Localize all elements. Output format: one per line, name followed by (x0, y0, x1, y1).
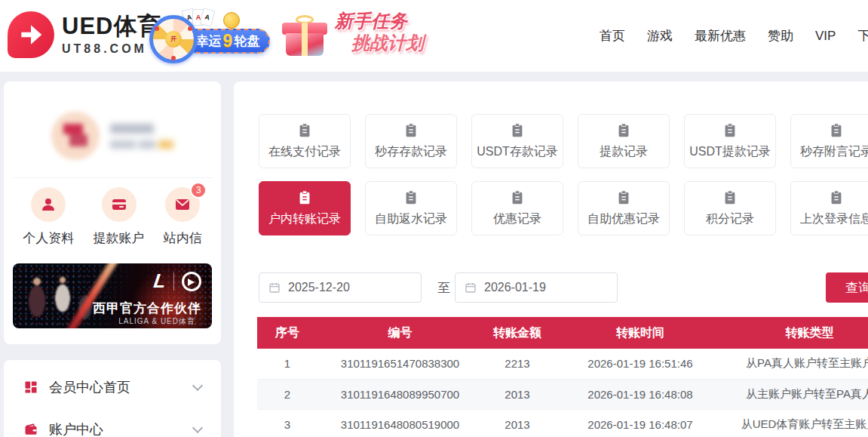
avatar[interactable] (51, 112, 100, 160)
cell-time: 2026-01-19 16:51:46 (552, 349, 728, 379)
cell-index: 1 (257, 349, 317, 379)
wallet-icon (23, 422, 38, 437)
sidebar-profile-card: 个人资料 提款账户 3 站内信 (4, 82, 221, 344)
sidebar-item-member-center-home[interactable]: 会员中心首页 (4, 366, 221, 408)
date-from-input[interactable]: 2025-12-20 (259, 272, 422, 303)
cell-type: 从PA真人账户转至主账户 (728, 349, 868, 379)
nav-item-download[interactable]: 下 (857, 27, 868, 45)
cell-amount: 2213 (483, 349, 552, 379)
roulette-wheel-icon: 开 (149, 15, 198, 63)
user-summary (4, 112, 221, 160)
laliga-ued-logos: L (154, 269, 201, 293)
tab-internal-transfer-records[interactable]: 户内转账记录 (259, 181, 351, 235)
table-row: 2 3101191648089950700 2013 2026-01-19 16… (257, 379, 868, 409)
profile-shortcuts: 个人资料 提款账户 3 站内信 (4, 187, 221, 247)
tab-instant-deposit-memo-records[interactable]: 秒存附言记录 (790, 114, 868, 168)
cell-amount: 2013 (483, 379, 552, 409)
cell-number: 3101191648080519000 (317, 409, 483, 437)
nav-item-home[interactable]: 首页 (600, 27, 625, 45)
date-filter-row: 2025-12-20 至 2026-01-19 查询 (259, 272, 868, 303)
record-type-tabs: 在线支付记录 秒存存款记录 USDT存款记录 提款记录 USDT提款记录 秒存附… (259, 114, 868, 235)
col-header-type: 转账类型 (728, 317, 868, 349)
chevron-down-icon (192, 423, 203, 433)
promo-roulette-label: 幸运9轮盘 (186, 29, 270, 54)
ued-logo-icon (182, 272, 201, 291)
laliga-partner-banner[interactable]: L 西甲官方合作伙伴 LALIGA & UED体育 (13, 263, 212, 328)
cell-type: 从主账户账户转至PA真人 (728, 379, 868, 409)
search-button[interactable]: 查询 (826, 272, 868, 303)
sidebar-item-account-center[interactable]: 账户中心 (4, 408, 221, 437)
cell-number: 3101191651470838300 (317, 349, 483, 379)
mail-unread-badge: 3 (190, 182, 207, 198)
divider (13, 177, 212, 178)
tab-instant-deposit-records[interactable]: 秒存存款记录 (365, 114, 457, 168)
tab-points-records[interactable]: 积分记录 (684, 181, 776, 235)
dashboard-grid-icon (23, 380, 38, 395)
chevron-down-icon (192, 380, 203, 391)
bank-card-icon (110, 195, 128, 214)
top-header: UED体育 UT88.COM AAA 开 幸运9轮盘 新手任务 挑战计划 (0, 0, 868, 72)
col-header-amount: 转账金额 (483, 317, 552, 349)
brand-text: UED体育 UT88.COM (62, 14, 161, 56)
col-header-index: 序号 (257, 317, 317, 349)
gift-box-icon (281, 14, 329, 59)
tab-usdt-withdrawal-records[interactable]: USDT提款记录 (684, 114, 776, 168)
sidebar-menu-card: 会员中心首页 账户中心 (4, 360, 221, 437)
table-row: 1 3101191651470838300 2213 2026-01-19 16… (257, 349, 868, 379)
tab-withdrawal-records[interactable]: 提款记录 (578, 114, 670, 168)
table-row: 3 3101191648080519000 2013 2026-01-19 16… (257, 409, 868, 437)
nav-item-games[interactable]: 游戏 (647, 27, 673, 45)
records-panel: 在线支付记录 秒存存款记录 USDT存款记录 提款记录 USDT提款记录 秒存附… (234, 82, 868, 437)
banner-subtitle: LALIGA & UED体育 (118, 316, 195, 327)
calendar-icon (465, 282, 477, 294)
shortcut-personal-profile[interactable]: 个人资料 (23, 187, 74, 247)
banner-title: 西甲官方合作伙伴 (93, 300, 201, 317)
brand-logo[interactable]: UED体育 UT88.COM (8, 11, 161, 58)
tab-self-rebate-records[interactable]: 自助返水记录 (365, 181, 457, 235)
nav-item-sponsor[interactable]: 赞助 (768, 27, 793, 45)
brand-logo-icon (8, 11, 54, 58)
table-header-row: 序号 编号 转账金额 转账时间 转账类型 (257, 317, 868, 349)
tab-promotion-records[interactable]: 优惠记录 (471, 181, 563, 235)
cell-time: 2026-01-19 16:48:07 (552, 409, 728, 437)
date-to-value: 2026-01-19 (484, 281, 546, 294)
tab-self-promotion-records[interactable]: 自助优惠记录 (578, 181, 670, 235)
players-image (19, 268, 109, 328)
nav-item-vip[interactable]: VIP (815, 29, 836, 44)
col-header-time: 转账时间 (552, 317, 728, 349)
shortcut-site-mail[interactable]: 3 站内信 (164, 187, 202, 247)
promo-gift-text: 新手任务 挑战计划 (335, 11, 424, 54)
coin-icon (223, 12, 240, 29)
cell-amount: 2013 (483, 409, 552, 437)
date-from-value: 2025-12-20 (288, 281, 350, 294)
brand-domain: UT88.COM (62, 42, 161, 56)
cell-type: 从UED体育账户转至主账户 (728, 409, 868, 437)
cell-index: 3 (257, 409, 317, 437)
col-header-number: 编号 (317, 317, 483, 349)
main-nav: 首页 游戏 最新优惠 赞助 VIP 下 (600, 0, 868, 72)
cell-number: 3101191648089950700 (317, 379, 483, 409)
date-range-separator: 至 (437, 279, 450, 297)
mail-icon (173, 195, 192, 214)
cell-index: 2 (257, 379, 317, 409)
username-redacted (110, 124, 173, 149)
promo-lucky-roulette[interactable]: AAA 开 幸运9轮盘 (149, 6, 274, 65)
nav-item-promotions[interactable]: 最新优惠 (695, 27, 746, 45)
brand-name: UED体育 (62, 14, 161, 38)
shortcut-withdraw-account[interactable]: 提款账户 (94, 187, 145, 247)
date-to-input[interactable]: 2026-01-19 (455, 272, 618, 303)
tab-online-payment-records[interactable]: 在线支付记录 (259, 114, 351, 168)
tab-last-login-info[interactable]: 上次登录信息 (790, 181, 868, 235)
user-icon (39, 195, 57, 214)
calendar-icon (268, 282, 281, 294)
laliga-logo-icon: L (152, 269, 167, 293)
transfer-records-table: 序号 编号 转账金额 转账时间 转账类型 1 31011916514708383… (257, 317, 868, 437)
promo-newbie-task[interactable]: 新手任务 挑战计划 (281, 6, 428, 66)
arrow-right-icon (17, 20, 45, 49)
tab-usdt-deposit-records[interactable]: USDT存款记录 (471, 114, 563, 168)
cell-time: 2026-01-19 16:48:08 (552, 379, 728, 409)
